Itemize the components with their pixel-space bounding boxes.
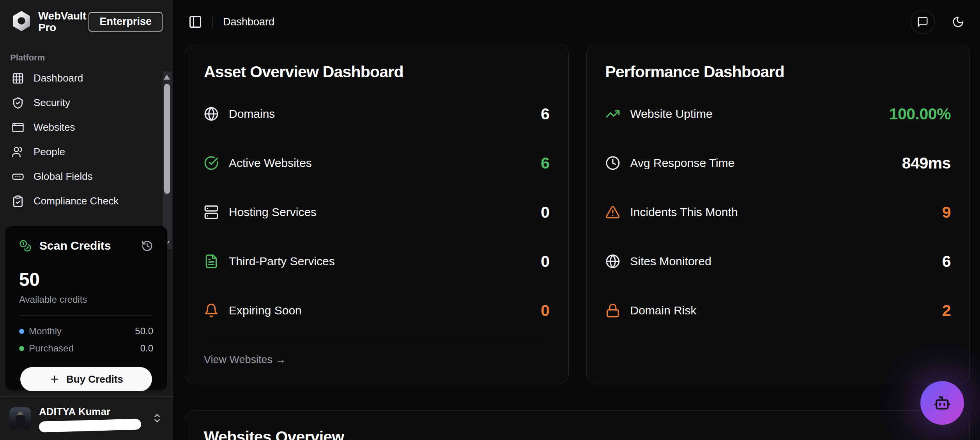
stat-row-avg-response-time: Avg Response Time 849ms	[605, 154, 951, 172]
breadcrumb[interactable]: Dashboard	[223, 16, 274, 28]
performance-card-title: Performance Dashboard	[605, 63, 951, 81]
history-icon[interactable]	[141, 240, 153, 252]
bell-icon	[204, 303, 219, 318]
coins-icon	[19, 240, 32, 252]
sidebar: WebVault Pro Enterprise Platform Dashboa…	[0, 0, 173, 440]
sidebar-toggle-button[interactable]	[188, 15, 202, 29]
avatar	[9, 407, 31, 429]
theme-toggle-button[interactable]	[952, 16, 964, 28]
brand-name: WebVault Pro	[38, 10, 86, 33]
sidebar-nav: Platform Dashboard Security Websites Peo…	[0, 41, 173, 224]
stat-row-third-party-services: Third-Party Services 0	[204, 252, 550, 271]
sidebar-item-label: Security	[34, 97, 70, 109]
assistant-fab-button[interactable]	[920, 381, 964, 425]
divider	[212, 15, 213, 28]
monthly-dot-icon	[19, 329, 24, 334]
message-square-icon	[917, 16, 929, 28]
sidebar-item-label: Dashboard	[34, 72, 83, 84]
sidebar-item-compliance-check[interactable]: Compliance Check	[0, 189, 173, 213]
sidebar-item-people[interactable]: People	[0, 140, 173, 164]
scrollbar-thumb[interactable]	[164, 84, 170, 194]
main-content: Dashboard Asset Overview Dashboard	[173, 0, 980, 440]
stat-row-expiring-soon: Expiring Soon 0	[204, 301, 550, 320]
stat-row-domain-risk: Domain Risk 2	[605, 301, 951, 320]
hexagon-logo-icon	[12, 11, 31, 33]
sidebar-item-websites[interactable]: Websites	[0, 115, 173, 140]
file-text-icon	[204, 254, 219, 269]
fields-ellipsis-icon	[12, 170, 24, 183]
redacted-email	[39, 419, 142, 432]
users-icon	[12, 146, 24, 158]
websites-overview-card: Websites Overview	[185, 410, 970, 440]
brand: WebVault Pro Enterprise	[0, 0, 173, 41]
check-circle-icon	[204, 156, 219, 170]
globe-icon	[605, 254, 620, 269]
lock-icon	[605, 303, 620, 318]
top-bar: Dashboard	[173, 0, 980, 44]
sidebar-item-label: Compliance Check	[34, 195, 119, 207]
view-websites-link[interactable]: View Websites →	[204, 354, 286, 366]
sidebar-item-global-fields[interactable]: Global Fields	[0, 164, 173, 189]
shield-check-icon	[12, 97, 24, 109]
panel-left-icon	[188, 15, 202, 29]
performance-card: Performance Dashboard Website Uptime 100…	[586, 44, 970, 384]
sidebar-item-label: People	[34, 146, 65, 158]
scan-credits-title: Scan Credits	[39, 239, 111, 252]
moon-icon	[952, 16, 964, 28]
sidebar-scrollbar[interactable]	[163, 71, 172, 249]
nav-section-label: Platform	[0, 53, 173, 66]
browser-window-icon	[12, 121, 24, 134]
user-name: ADITYA Kumar	[39, 406, 152, 418]
clipboard-check-icon	[12, 195, 24, 208]
globe-icon	[204, 106, 219, 121]
purchased-dot-icon	[19, 346, 24, 351]
divider	[19, 315, 153, 316]
stat-row-hosting-services: Hosting Services 0	[204, 203, 550, 222]
scrollbar-up-arrow[interactable]	[164, 75, 170, 80]
stat-row-active-websites: Active Websites 6	[204, 154, 550, 172]
buy-credits-button[interactable]: Buy Credits	[20, 367, 152, 391]
alert-triangle-icon	[605, 205, 620, 220]
stat-row-sites-monitored: Sites Monitored 6	[605, 252, 951, 271]
stat-row-website-uptime: Website Uptime 100.00%	[605, 105, 951, 123]
clock-icon	[605, 156, 620, 170]
grid-icon	[12, 72, 24, 85]
bot-icon	[934, 394, 951, 412]
plan-badge: Enterprise	[88, 12, 163, 32]
available-credits-label: Available credits	[19, 294, 153, 305]
sidebar-item-label: Websites	[34, 121, 75, 133]
feedback-button[interactable]	[911, 10, 935, 34]
trending-up-icon	[605, 106, 620, 121]
divider	[204, 338, 550, 338]
stat-row-domains: Domains 6	[204, 105, 550, 123]
plus-icon	[49, 374, 60, 385]
websites-overview-title: Websites Overview	[204, 428, 951, 440]
credits-row-monthly: Monthly 50.0	[19, 323, 153, 340]
chevrons-up-down-icon	[152, 413, 163, 424]
stat-row-incidents: Incidents This Month 9	[605, 203, 951, 222]
scan-credits-card: Scan Credits 50 Available credits Monthl…	[5, 225, 168, 391]
sidebar-item-dashboard[interactable]: Dashboard	[0, 66, 173, 90]
asset-overview-card: Asset Overview Dashboard Domains 6 Activ…	[185, 44, 569, 384]
asset-card-title: Asset Overview Dashboard	[204, 63, 550, 81]
credits-row-purchased: Purchased 0.0	[19, 340, 153, 357]
sidebar-item-security[interactable]: Security	[0, 90, 173, 115]
user-menu[interactable]: ADITYA Kumar	[0, 396, 173, 440]
available-credits-value: 50	[19, 269, 153, 290]
server-icon	[204, 205, 219, 220]
sidebar-item-label: Global Fields	[34, 170, 93, 183]
